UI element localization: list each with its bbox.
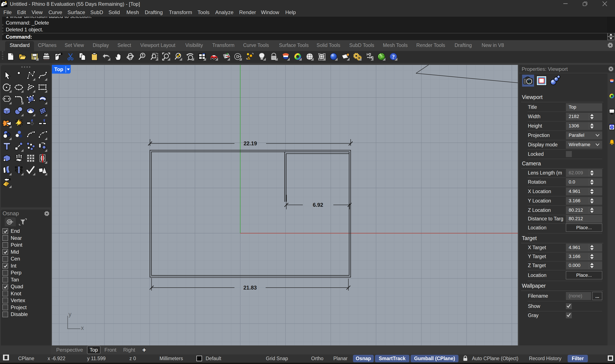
- svg-text:x: x: [81, 325, 84, 331]
- svg-text:8: 8: [5, 0, 6, 4]
- svg-text:?: ?: [611, 126, 613, 129]
- svg-text:21.83: 21.83: [243, 285, 257, 291]
- svg-text:Top: Top: [54, 66, 63, 72]
- svg-text:y: y: [68, 311, 71, 317]
- svg-text:6.92: 6.92: [313, 202, 323, 208]
- svg-text:22.19: 22.19: [244, 140, 257, 146]
- svg-text:?: ?: [392, 53, 395, 60]
